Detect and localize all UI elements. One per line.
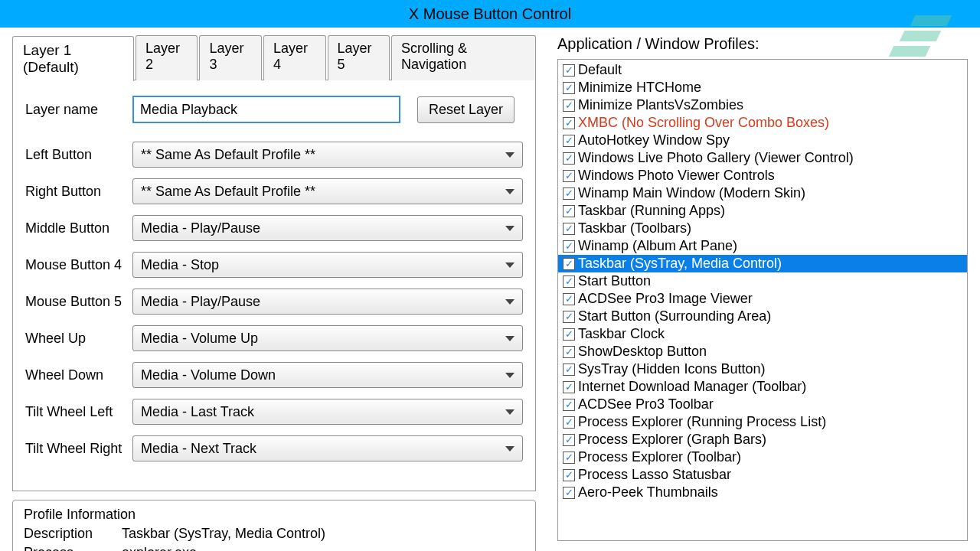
chevron-down-icon	[505, 336, 514, 341]
profile-checkbox[interactable]: ✓	[563, 170, 575, 182]
profile-item[interactable]: ✓Taskbar Clock	[558, 325, 967, 343]
binding-label: Right Button	[25, 184, 132, 200]
profile-checkbox[interactable]: ✓	[563, 276, 575, 288]
binding-select-wheel-up[interactable]: Media - Volume Up	[132, 325, 523, 351]
profile-checkbox[interactable]: ✓	[563, 328, 575, 341]
profile-label: Process Explorer (Running Process List)	[578, 414, 826, 430]
profile-item[interactable]: ✓AutoHotkey Window Spy	[558, 132, 967, 149]
profile-label: ACDSee Pro3 Image Viewer	[578, 291, 753, 307]
profile-item[interactable]: ✓Taskbar (Running Apps)	[558, 202, 967, 220]
profile-checkbox[interactable]: ✓	[563, 240, 575, 253]
binding-label: Left Button	[25, 147, 132, 163]
binding-value: Media - Play/Pause	[141, 220, 260, 236]
profile-checkbox[interactable]: ✓	[563, 187, 575, 200]
layer-name-input[interactable]	[132, 96, 400, 123]
binding-label: Wheel Up	[25, 331, 132, 347]
profile-item[interactable]: ✓Process Explorer (Toolbar)	[558, 448, 967, 466]
profile-checkbox[interactable]: ✓	[563, 152, 575, 165]
profile-label: Winamp Main Window (Modern Skin)	[578, 185, 805, 201]
profile-checkbox[interactable]: ✓	[563, 293, 575, 305]
window-title: X Mouse Button Control	[409, 5, 571, 23]
profile-item[interactable]: ✓Start Button (Surrounding Area)	[558, 308, 967, 325]
profile-item[interactable]: ✓Windows Live Photo Gallery (Viewer Cont…	[558, 149, 967, 167]
profile-item[interactable]: ✓Winamp (Album Art Pane)	[558, 237, 967, 255]
profile-label: Minimize HTCHome	[578, 80, 701, 96]
chevron-down-icon	[505, 226, 514, 231]
tab-scrolling-navigation[interactable]: Scrolling & Navigation	[391, 35, 536, 80]
profiles-list[interactable]: ✓Default✓Minimize HTCHome✓Minimize Plant…	[557, 59, 968, 541]
profile-checkbox[interactable]: ✓	[563, 311, 575, 323]
profile-checkbox[interactable]: ✓	[563, 258, 575, 270]
profile-item[interactable]: ✓Default	[558, 61, 967, 79]
profile-item[interactable]: ✓Taskbar (SysTray, Media Control)	[558, 255, 967, 272]
profile-label: Windows Live Photo Gallery (Viewer Contr…	[578, 150, 854, 166]
chevron-down-icon	[505, 299, 514, 305]
profile-item[interactable]: ✓Winamp Main Window (Modern Skin)	[558, 184, 967, 202]
binding-select-tilt-wheel-left[interactable]: Media - Last Track	[132, 399, 523, 425]
binding-select-wheel-down[interactable]: Media - Volume Down	[132, 362, 523, 388]
profile-label: Taskbar (Toolbars)	[578, 220, 691, 236]
profile-item[interactable]: ✓ShowDesktop Button	[558, 343, 967, 360]
profile-checkbox[interactable]: ✓	[563, 346, 575, 358]
chevron-down-icon	[505, 409, 514, 415]
reset-layer-button[interactable]: Reset Layer	[417, 96, 514, 123]
profile-item[interactable]: ✓ACDSee Pro3 Toolbar	[558, 396, 967, 413]
binding-select-right-button[interactable]: ** Same As Default Profile **	[132, 178, 523, 204]
chevron-down-icon	[505, 152, 514, 158]
profile-label: Process Lasso Statusbar	[578, 467, 731, 483]
profile-item[interactable]: ✓Process Lasso Statusbar	[558, 466, 967, 484]
binding-select-mouse-button-4[interactable]: Media - Stop	[132, 252, 523, 278]
profile-checkbox[interactable]: ✓	[563, 99, 575, 112]
binding-select-left-button[interactable]: ** Same As Default Profile **	[132, 142, 523, 168]
description-label: Description	[24, 526, 122, 542]
profile-checkbox[interactable]: ✓	[563, 416, 575, 429]
profile-item[interactable]: ✓Minimize PlantsVsZombies	[558, 96, 967, 114]
layer-name-label: Layer name	[25, 102, 132, 118]
tab-layer-1-default-[interactable]: Layer 1 (Default)	[12, 36, 134, 81]
profile-label: ShowDesktop Button	[578, 344, 707, 360]
profile-item[interactable]: ✓XMBC (No Scrolling Over Combo Boxes)	[558, 114, 967, 132]
profile-info-title: Profile Information	[24, 507, 524, 523]
tab-layer-4[interactable]: Layer 4	[263, 35, 326, 80]
tab-layer-5[interactable]: Layer 5	[328, 35, 390, 80]
profile-checkbox[interactable]: ✓	[563, 82, 575, 94]
profile-item[interactable]: ✓Minimize HTCHome	[558, 79, 967, 96]
binding-label: Tilt Wheel Right	[25, 441, 132, 457]
profile-item[interactable]: ✓Internet Download Manager (Toolbar)	[558, 378, 967, 396]
profile-item[interactable]: ✓Process Explorer (Running Process List)	[558, 413, 967, 431]
binding-select-tilt-wheel-right[interactable]: Media - Next Track	[132, 435, 523, 461]
profile-checkbox[interactable]: ✓	[563, 205, 575, 217]
profile-checkbox[interactable]: ✓	[563, 434, 575, 446]
binding-select-middle-button[interactable]: Media - Play/Pause	[132, 215, 523, 241]
profile-item[interactable]: ✓Windows Photo Viewer Controls	[558, 167, 967, 184]
profile-label: Aero-Peek Thumbnails	[578, 484, 718, 500]
profile-checkbox[interactable]: ✓	[563, 364, 575, 376]
tab-layer-3[interactable]: Layer 3	[199, 35, 262, 80]
profile-item[interactable]: ✓Aero-Peek Thumbnails	[558, 484, 967, 501]
profile-item[interactable]: ✓SysTray (Hidden Icons Button)	[558, 360, 967, 378]
window-titlebar: X Mouse Button Control	[0, 0, 980, 28]
profile-checkbox[interactable]: ✓	[563, 469, 575, 481]
profile-item[interactable]: ✓Taskbar (Toolbars)	[558, 220, 967, 237]
tab-layer-2[interactable]: Layer 2	[136, 35, 198, 80]
profile-checkbox[interactable]: ✓	[563, 452, 575, 464]
chevron-down-icon	[505, 189, 514, 194]
profile-checkbox[interactable]: ✓	[563, 117, 575, 129]
profile-label: ACDSee Pro3 Toolbar	[578, 396, 714, 412]
binding-select-mouse-button-5[interactable]: Media - Play/Pause	[132, 289, 523, 315]
profile-item[interactable]: ✓ACDSee Pro3 Image Viewer	[558, 290, 967, 308]
chevron-down-icon	[505, 373, 514, 378]
layer-panel: Layer name Reset Layer Left Button** Sam…	[12, 80, 536, 491]
profile-item[interactable]: ✓Process Explorer (Graph Bars)	[558, 431, 967, 448]
profile-checkbox[interactable]: ✓	[563, 135, 575, 147]
profile-item[interactable]: ✓Start Button	[558, 272, 967, 290]
profile-checkbox[interactable]: ✓	[563, 381, 575, 393]
profile-checkbox[interactable]: ✓	[563, 487, 575, 499]
profile-checkbox[interactable]: ✓	[563, 223, 575, 235]
profile-checkbox[interactable]: ✓	[563, 399, 575, 411]
profile-label: SysTray (Hidden Icons Button)	[578, 361, 765, 377]
binding-value: Media - Play/Pause	[141, 294, 260, 310]
profile-label: Process Explorer (Graph Bars)	[578, 432, 766, 448]
profile-checkbox[interactable]: ✓	[563, 64, 575, 77]
profile-label: Winamp (Album Art Pane)	[578, 238, 737, 254]
